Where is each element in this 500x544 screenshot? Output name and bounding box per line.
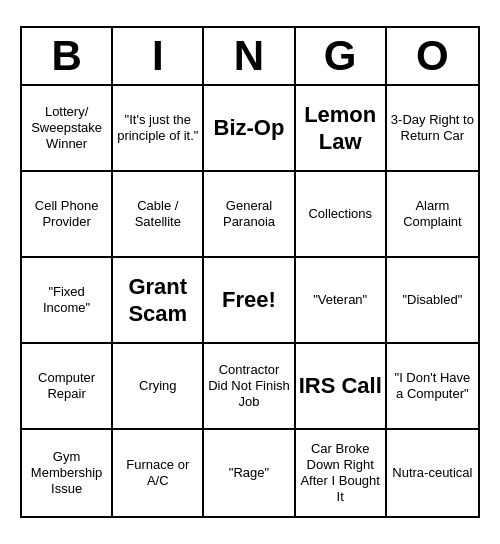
bingo-cell-15: Computer Repair — [22, 344, 113, 430]
bingo-cell-10: "Fixed Income" — [22, 258, 113, 344]
bingo-cell-12: Free! — [204, 258, 295, 344]
bingo-cell-0: Lottery/ Sweepstake Winner — [22, 86, 113, 172]
bingo-cell-13: "Veteran" — [296, 258, 387, 344]
header-letter-g: G — [296, 28, 387, 84]
bingo-cell-8: Collections — [296, 172, 387, 258]
bingo-cell-19: "I Don't Have a Computer" — [387, 344, 478, 430]
bingo-grid: Lottery/ Sweepstake Winner"It's just the… — [22, 86, 478, 516]
bingo-cell-1: "It's just the principle of it." — [113, 86, 204, 172]
bingo-cell-11: Grant Scam — [113, 258, 204, 344]
bingo-cell-9: Alarm Complaint — [387, 172, 478, 258]
bingo-cell-16: Crying — [113, 344, 204, 430]
bingo-cell-24: Nutra-ceutical — [387, 430, 478, 516]
bingo-cell-21: Furnace or A/C — [113, 430, 204, 516]
header-letter-o: O — [387, 28, 478, 84]
bingo-cell-18: IRS Call — [296, 344, 387, 430]
bingo-cell-23: Car Broke Down Right After I Bought It — [296, 430, 387, 516]
header-letter-b: B — [22, 28, 113, 84]
header-letter-i: I — [113, 28, 204, 84]
bingo-cell-3: Lemon Law — [296, 86, 387, 172]
bingo-cell-17: Contractor Did Not Finish Job — [204, 344, 295, 430]
header-letter-n: N — [204, 28, 295, 84]
bingo-cell-2: Biz-Op — [204, 86, 295, 172]
bingo-cell-5: Cell Phone Provider — [22, 172, 113, 258]
bingo-cell-7: General Paranoia — [204, 172, 295, 258]
bingo-cell-6: Cable / Satellite — [113, 172, 204, 258]
bingo-header: BINGO — [22, 28, 478, 86]
bingo-card: BINGO Lottery/ Sweepstake Winner"It's ju… — [20, 26, 480, 518]
bingo-cell-4: 3-Day Right to Return Car — [387, 86, 478, 172]
bingo-cell-22: "Rage" — [204, 430, 295, 516]
bingo-cell-20: Gym Membership Issue — [22, 430, 113, 516]
bingo-cell-14: "Disabled" — [387, 258, 478, 344]
